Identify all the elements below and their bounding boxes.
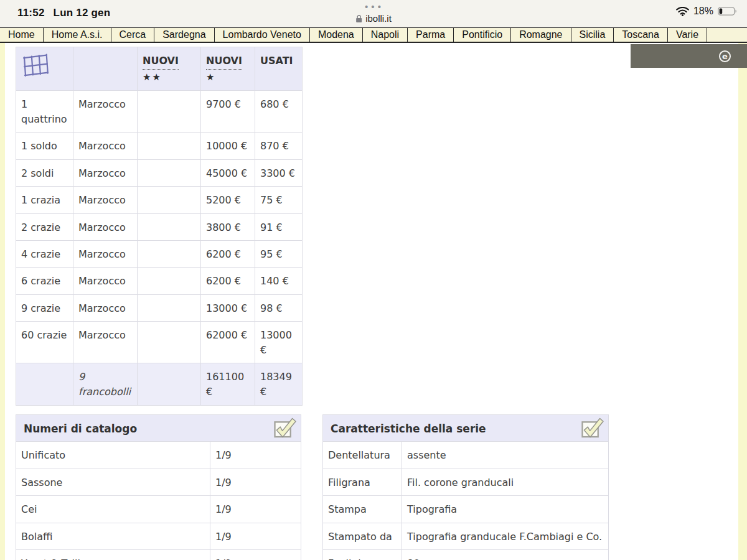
cell-nuovi-single: 9700 €: [201, 91, 255, 133]
table-row: 1 crazia Marzocco 5200 € 75 €: [16, 187, 303, 214]
table-row: 60 crazie Marzocco 62000 € 13000 €: [16, 322, 303, 363]
table-row: Fogli da 80: [323, 550, 609, 560]
nav-item-sicilia[interactable]: Sicilia: [571, 28, 614, 42]
table-row: Unificato 1/9: [16, 442, 301, 469]
tab-overview-icon[interactable]: •••: [355, 3, 392, 11]
cell-name: Marzocco: [73, 268, 138, 295]
nav-item-pontificio[interactable]: Pontificio: [454, 28, 511, 42]
table-row: 1 quattrino Marzocco 9700 € 680 €: [16, 91, 303, 133]
nav-item-toscana[interactable]: Toscana: [614, 28, 668, 42]
cell-denomination: 6 crazie: [16, 268, 73, 295]
footer-empty-cell: [138, 363, 201, 406]
characteristic-label: Fogli da: [323, 550, 402, 560]
nav-item-modena[interactable]: Modena: [310, 28, 363, 42]
one-star-icon: ★: [206, 70, 250, 85]
checked-checkbox-icon: [581, 418, 604, 438]
nav-item-varie[interactable]: Varie: [668, 28, 707, 42]
stamp-sheet-icon-cell: [16, 47, 73, 91]
nav-item-cerca[interactable]: Cerca: [111, 28, 155, 42]
header-name-cell: [73, 47, 138, 91]
cell-nuovi-double: [138, 214, 201, 241]
cell-nuovi-single: 6200 €: [201, 241, 255, 268]
battery-icon: [718, 7, 737, 16]
cell-denomination: 4 crazie: [16, 241, 73, 268]
price-table: NUOVI ★★ NUOVI ★ USATI 1 quattrino Marzo…: [16, 47, 303, 406]
ad-logo-e-icon: e: [719, 50, 731, 62]
cell-name: Marzocco: [73, 91, 138, 133]
cell-name: Marzocco: [73, 295, 138, 322]
footer-usati-total: 18349 €: [255, 363, 303, 406]
table-row: 4 crazie Marzocco 6200 € 95 €: [16, 241, 303, 268]
address-bar[interactable]: ibolli.it: [355, 13, 392, 24]
cell-denomination: 2 crazie: [16, 214, 73, 241]
series-characteristics-table: Caratteristiche della serie Dentellatura…: [322, 414, 609, 560]
two-stars-icon: ★★: [143, 70, 195, 85]
nav-item-parma[interactable]: Parma: [408, 28, 454, 42]
cell-denomination: 1 crazia: [16, 187, 73, 214]
status-time: 11:52: [17, 7, 45, 19]
catalog-label: Bolaffi: [16, 523, 210, 550]
table-row: Cei 1/9: [16, 496, 301, 523]
status-bar: 11:52Lun 12 gen ••• ibolli.it 18%: [0, 0, 747, 27]
table-row: 2 crazie Marzocco 3800 € 91 €: [16, 214, 303, 241]
characteristic-value: Fil. corone granducali: [402, 469, 609, 496]
cell-name: Marzocco: [73, 322, 138, 363]
cell-nuovi-double: [138, 268, 201, 295]
catalog-label: Yvert & Tellier: [16, 550, 210, 560]
characteristic-label: Dentellatura: [323, 442, 402, 469]
nav-item-romagne[interactable]: Romagne: [511, 28, 571, 42]
catalog-value: 1/9: [210, 442, 301, 469]
table-footer-row: 9 francobolli 161100 € 18349 €: [16, 363, 303, 406]
characteristic-label: Stampato da: [323, 523, 402, 550]
cell-nuovi-double: [138, 91, 201, 133]
ad-banner[interactable]: e: [631, 44, 747, 68]
table-row: Stampato da Tipografia granducale F.Camb…: [323, 523, 609, 550]
table-row: Bolaffi 1/9: [16, 523, 301, 550]
cell-nuovi-single: 3800 €: [201, 214, 255, 241]
status-date: Lun 12 gen: [54, 7, 111, 19]
stamp-sheet-grid-icon: [21, 54, 50, 83]
footer-empty-cell: [16, 363, 73, 406]
cell-nuovi-double: [138, 187, 201, 214]
cell-name: Marzocco: [73, 133, 138, 160]
table-row: Dentellatura assente: [323, 442, 609, 469]
battery-percent: 18%: [693, 6, 713, 17]
nav-item-napoli[interactable]: Napoli: [363, 28, 408, 42]
cell-usati: 75 €: [255, 187, 303, 214]
lock-icon: [355, 14, 362, 23]
nav-item-home[interactable]: Home: [0, 28, 44, 42]
cell-denomination: 2 soldi: [16, 160, 73, 187]
table-row: Sassone 1/9: [16, 469, 301, 496]
wifi-icon: [676, 7, 689, 16]
catalog-label: Unificato: [16, 442, 210, 469]
nav-item-sardegna[interactable]: Sardegna: [154, 28, 214, 42]
header-nuovi-double: NUOVI ★★: [138, 47, 201, 91]
catalog-label: Sassone: [16, 469, 210, 496]
cell-usati: 91 €: [255, 214, 303, 241]
cell-nuovi-single: 45000 €: [201, 160, 255, 187]
cell-denomination: 1 quattrino: [16, 91, 73, 133]
table-row: Yvert & Tellier 1/9: [16, 550, 301, 560]
nav-item-home-asi[interactable]: Home A.s.i.: [44, 28, 111, 42]
catalog-numbers-header: Numeri di catalogo: [16, 415, 301, 442]
section-title: Numeri di catalogo: [24, 422, 137, 435]
checked-checkbox-icon: [273, 418, 297, 438]
table-row: 1 soldo Marzocco 10000 € 870 €: [16, 133, 303, 160]
characteristic-value: Tipografia: [402, 496, 609, 523]
cell-nuovi-single: 62000 €: [201, 322, 255, 363]
catalog-value: 1/9: [210, 550, 301, 560]
nav-item-lombardo-veneto[interactable]: Lombardo Veneto: [215, 28, 310, 42]
cell-nuovi-single: 10000 €: [201, 133, 255, 160]
header-usati: USATI: [255, 47, 303, 91]
cell-usati: 140 €: [255, 268, 303, 295]
cell-usati: 870 €: [255, 133, 303, 160]
cell-nuovi-double: [138, 133, 201, 160]
header-nuovi-single: NUOVI ★: [201, 47, 255, 91]
page-body: e NUOVI ★★ NUOVI ★: [0, 43, 747, 560]
cell-usati: 98 €: [255, 295, 303, 322]
cell-nuovi-double: [138, 160, 201, 187]
table-row: 2 soldi Marzocco 45000 € 3300 €: [16, 160, 303, 187]
characteristic-value: 80: [402, 550, 609, 560]
cell-denomination: 60 crazie: [16, 322, 73, 363]
cell-nuovi-double: [138, 322, 201, 363]
